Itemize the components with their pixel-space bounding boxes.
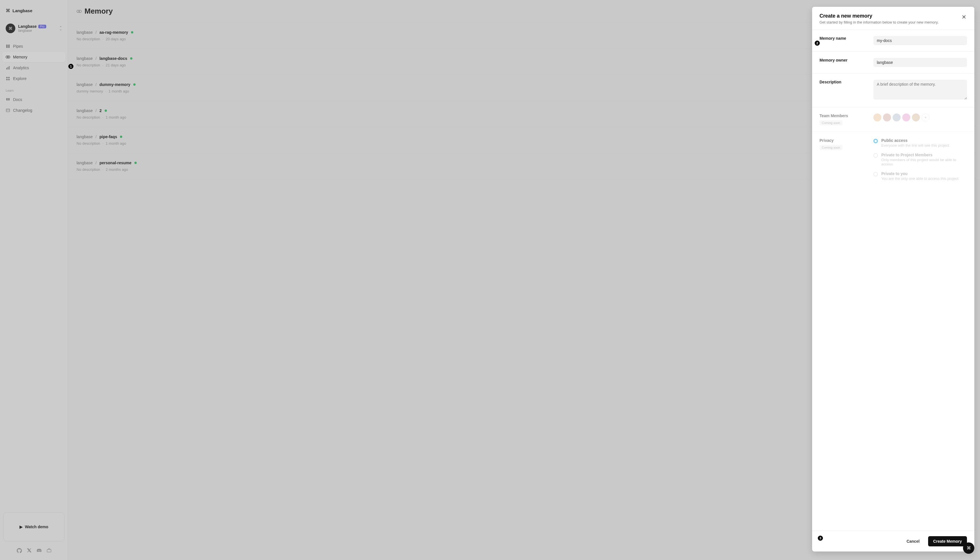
radio-icon: [874, 139, 878, 143]
memory-owner-label: Memory owner: [820, 58, 868, 67]
privacy-option-title: Private to Project Members: [881, 153, 967, 157]
privacy-option[interactable]: Private to you You are the only one able…: [874, 172, 967, 181]
avatar: [883, 113, 891, 122]
description-input[interactable]: [874, 80, 967, 100]
privacy-option-desc: You are the only one able to access this…: [881, 177, 958, 181]
create-memory-button[interactable]: Create Memory: [928, 536, 967, 547]
coming-soon-badge: Coming soon: [820, 120, 842, 125]
memory-name-input[interactable]: [874, 36, 967, 45]
privacy-option-desc: Only members of this project would be ab…: [881, 158, 967, 166]
step-annotation-2: 2: [815, 40, 820, 46]
description-label: Description: [820, 80, 868, 84]
memory-name-label: Memory name: [820, 36, 868, 45]
modal-subtitle: Get started by filling in the informatio…: [820, 20, 938, 24]
modal-title: Create a new memory: [820, 13, 938, 19]
privacy-option[interactable]: Private to Project Members Only members …: [874, 153, 967, 166]
step-annotation-1: 1: [68, 64, 73, 69]
create-memory-modal: Create a new memory Get started by filli…: [812, 7, 974, 552]
radio-icon: [874, 153, 878, 158]
privacy-option-title: Private to you: [881, 172, 958, 176]
memory-owner-input[interactable]: [874, 58, 967, 67]
coming-soon-badge: Coming soon: [820, 145, 842, 150]
cancel-button[interactable]: Cancel: [902, 536, 925, 547]
privacy-option[interactable]: Public access Everyone with the link wil…: [874, 138, 967, 148]
avatar: [893, 113, 900, 122]
privacy-option-desc: Everyone with the link will see this pro…: [881, 143, 949, 148]
privacy-label: Privacy: [820, 138, 868, 143]
avatar: [912, 113, 920, 122]
avatar: [902, 113, 910, 122]
step-annotation-3: 3: [818, 536, 823, 541]
avatar: [874, 113, 881, 122]
privacy-option-title: Public access: [881, 138, 949, 143]
radio-icon: [874, 172, 878, 177]
command-palette-button[interactable]: ⌘: [963, 542, 974, 554]
add-member-button[interactable]: +: [922, 113, 930, 122]
team-members-label: Team Members: [820, 113, 868, 118]
close-icon[interactable]: ✕: [961, 13, 967, 21]
team-avatars: +: [874, 113, 967, 122]
privacy-options: Public access Everyone with the link wil…: [874, 138, 967, 181]
